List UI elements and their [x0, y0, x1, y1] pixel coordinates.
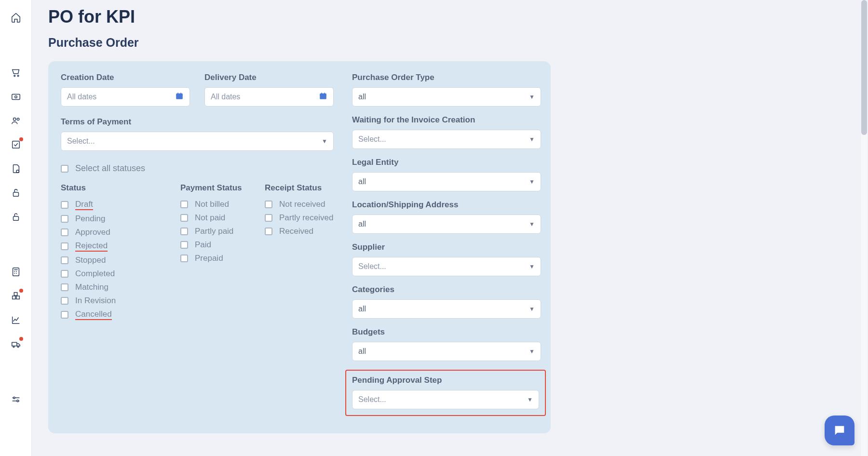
calendar-icon: [319, 92, 327, 102]
status-matching-checkbox[interactable]: [61, 283, 68, 291]
status-completed-checkbox[interactable]: [61, 270, 68, 278]
status-draft-label: Draft: [75, 200, 93, 210]
svg-rect-2: [12, 94, 20, 99]
delivery-date-placeholder: All dates: [211, 93, 240, 101]
pending-approval-placeholder: Select...: [358, 395, 386, 404]
settings-icon[interactable]: [10, 393, 22, 405]
status-inrevision-label: In Revision: [75, 296, 116, 306]
chart-icon[interactable]: [10, 314, 22, 326]
status-draft-checkbox[interactable]: [61, 201, 68, 209]
status-rejected-checkbox[interactable]: [61, 242, 68, 250]
status-rejected-label: Rejected: [75, 241, 108, 252]
pay-prepaid-label: Prepaid: [195, 254, 223, 263]
waiting-invoice-placeholder: Select...: [358, 135, 386, 144]
location-value: all: [358, 220, 366, 228]
rec-partly-label: Partly received: [279, 213, 333, 223]
svg-point-3: [14, 96, 17, 98]
chevron-down-icon: ▼: [529, 306, 535, 312]
status-inrevision-checkbox[interactable]: [61, 297, 68, 305]
main-content: PO for KPI Purchase Order Creation Date …: [32, 0, 868, 456]
legal-entity-value: all: [358, 177, 366, 186]
truck-icon[interactable]: [10, 338, 22, 350]
delivery-date-input[interactable]: All dates: [204, 87, 334, 107]
chevron-down-icon: ▼: [529, 263, 535, 270]
creation-date-placeholder: All dates: [67, 93, 96, 101]
status-cancelled-label: Cancelled: [75, 309, 112, 320]
po-type-value: all: [358, 93, 366, 101]
po-type-select[interactable]: all▼: [352, 87, 541, 107]
status-approved-checkbox[interactable]: [61, 228, 68, 236]
money-icon[interactable]: [10, 91, 22, 102]
terms-placeholder: Select...: [67, 137, 95, 146]
svg-rect-6: [12, 141, 19, 148]
page-subtitle: Purchase Order: [48, 36, 852, 50]
terms-select[interactable]: Select... ▼: [61, 132, 334, 151]
creation-date-input[interactable]: All dates: [61, 87, 190, 107]
receipt-status-heading: Receipt Status: [265, 183, 333, 193]
calendar-icon: [175, 92, 184, 102]
document-icon[interactable]: [10, 163, 22, 174]
svg-rect-13: [14, 293, 17, 295]
location-select[interactable]: all▼: [352, 215, 541, 234]
status-pending-checkbox[interactable]: [61, 215, 68, 223]
budgets-select[interactable]: all▼: [352, 342, 541, 361]
pay-paid-checkbox[interactable]: [180, 241, 188, 249]
pay-notbilled-checkbox[interactable]: [180, 201, 188, 208]
select-all-label: Select all statuses: [75, 163, 145, 174]
status-heading: Status: [61, 183, 180, 193]
payment-status-heading: Payment Status: [180, 183, 265, 193]
pending-approval-select[interactable]: Select...▼: [352, 390, 539, 409]
chevron-down-icon: ▼: [529, 348, 535, 355]
cart-icon[interactable]: [10, 67, 22, 78]
svg-point-18: [16, 400, 18, 402]
pay-partlypaid-checkbox[interactable]: [180, 228, 188, 235]
page-title: PO for KPI: [48, 7, 852, 27]
supplier-placeholder: Select...: [358, 262, 386, 271]
home-icon[interactable]: [10, 12, 22, 23]
checkbox-icon[interactable]: [10, 139, 22, 150]
svg-rect-12: [16, 296, 19, 299]
pending-approval-label: Pending Approval Step: [352, 376, 539, 385]
rec-notreceived-checkbox[interactable]: [265, 201, 272, 208]
supplier-select[interactable]: Select...▼: [352, 257, 541, 276]
lock-open-icon[interactable]: [10, 187, 22, 199]
pay-notpaid-checkbox[interactable]: [180, 214, 188, 222]
chevron-down-icon: ▼: [529, 178, 535, 185]
location-label: Location/Shipping Address: [352, 200, 546, 210]
waiting-invoice-select[interactable]: Select...▼: [352, 130, 541, 149]
boxes-icon[interactable]: [10, 290, 22, 302]
legal-entity-label: Legal Entity: [352, 158, 546, 167]
rec-partly-checkbox[interactable]: [265, 214, 272, 222]
rec-notreceived-label: Not received: [279, 200, 325, 209]
legal-entity-select[interactable]: all▼: [352, 172, 541, 191]
terms-label: Terms of Payment: [61, 117, 337, 127]
svg-rect-21: [837, 428, 842, 429]
scrollbar-track: [861, 0, 867, 456]
svg-rect-8: [13, 192, 18, 196]
chevron-down-icon: ▼: [527, 396, 533, 403]
lock-icon[interactable]: [10, 211, 22, 223]
chevron-down-icon: ▼: [322, 138, 327, 145]
pay-prepaid-checkbox[interactable]: [180, 255, 188, 262]
select-all-checkbox[interactable]: [61, 165, 68, 173]
rec-received-checkbox[interactable]: [265, 228, 272, 235]
status-cancelled-checkbox[interactable]: [61, 311, 68, 319]
pay-partlypaid-label: Partly paid: [195, 227, 233, 236]
svg-point-1: [17, 75, 19, 77]
calculator-icon[interactable]: [10, 266, 22, 278]
chat-button[interactable]: [825, 416, 854, 445]
status-stopped-checkbox[interactable]: [61, 256, 68, 264]
supplier-label: Supplier: [352, 242, 546, 252]
svg-point-17: [13, 397, 15, 399]
categories-select[interactable]: all▼: [352, 299, 541, 319]
chevron-down-icon: ▼: [529, 136, 535, 143]
svg-point-4: [13, 118, 16, 121]
users-icon[interactable]: [10, 115, 22, 126]
svg-point-16: [17, 346, 19, 348]
svg-rect-9: [13, 216, 18, 220]
chevron-down-icon: ▼: [529, 94, 535, 100]
scrollbar-thumb[interactable]: [861, 0, 867, 135]
po-type-label: Purchase Order Type: [352, 73, 546, 82]
budgets-value: all: [358, 347, 366, 356]
status-matching-label: Matching: [75, 282, 108, 292]
